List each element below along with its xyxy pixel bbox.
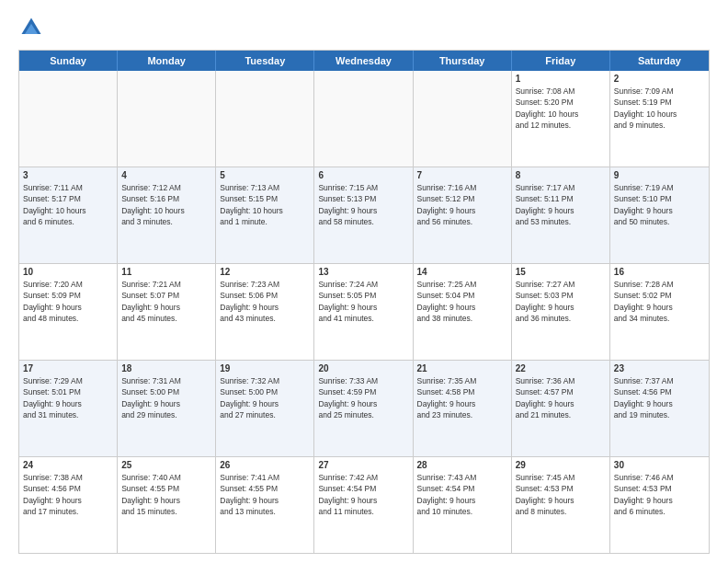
calendar-body: 1Sunrise: 7:08 AM Sunset: 5:20 PM Daylig… xyxy=(19,71,709,553)
empty-cell xyxy=(414,71,512,167)
logo xyxy=(18,15,48,40)
day-cell-10: 10Sunrise: 7:20 AM Sunset: 5:09 PM Dayli… xyxy=(19,264,118,360)
day-info: Sunrise: 7:12 AM Sunset: 5:16 PM Dayligh… xyxy=(121,182,211,227)
day-info: Sunrise: 7:23 AM Sunset: 5:06 PM Dayligh… xyxy=(220,279,310,324)
day-info: Sunrise: 7:32 AM Sunset: 5:00 PM Dayligh… xyxy=(220,375,310,420)
calendar: SundayMondayTuesdayWednesdayThursdayFrid… xyxy=(18,50,710,554)
day-info: Sunrise: 7:28 AM Sunset: 5:02 PM Dayligh… xyxy=(614,279,705,324)
day-cell-12: 12Sunrise: 7:23 AM Sunset: 5:06 PM Dayli… xyxy=(216,264,314,360)
day-cell-2: 2Sunrise: 7:09 AM Sunset: 5:19 PM Daylig… xyxy=(610,71,709,167)
empty-cell xyxy=(216,71,314,167)
day-info: Sunrise: 7:40 AM Sunset: 4:55 PM Dayligh… xyxy=(121,472,211,517)
day-cell-28: 28Sunrise: 7:43 AM Sunset: 4:54 PM Dayli… xyxy=(414,457,512,553)
day-number: 14 xyxy=(417,267,507,277)
day-info: Sunrise: 7:24 AM Sunset: 5:05 PM Dayligh… xyxy=(318,279,408,324)
day-number: 3 xyxy=(23,170,113,180)
day-number: 20 xyxy=(318,363,408,373)
day-cell-21: 21Sunrise: 7:35 AM Sunset: 4:58 PM Dayli… xyxy=(414,361,512,456)
day-info: Sunrise: 7:29 AM Sunset: 5:01 PM Dayligh… xyxy=(23,375,113,420)
day-number: 11 xyxy=(121,267,211,277)
day-info: Sunrise: 7:09 AM Sunset: 5:19 PM Dayligh… xyxy=(614,86,705,131)
day-number: 6 xyxy=(318,170,408,180)
day-number: 25 xyxy=(121,460,211,470)
day-number: 24 xyxy=(23,460,113,470)
day-number: 13 xyxy=(318,267,408,277)
week-row-2: 3Sunrise: 7:11 AM Sunset: 5:17 PM Daylig… xyxy=(19,167,709,263)
day-cell-9: 9Sunrise: 7:19 AM Sunset: 5:10 PM Daylig… xyxy=(610,167,709,263)
header-tuesday: Tuesday xyxy=(216,51,314,71)
day-number: 28 xyxy=(417,460,507,470)
day-info: Sunrise: 7:38 AM Sunset: 4:56 PM Dayligh… xyxy=(23,472,113,517)
day-number: 19 xyxy=(220,363,310,373)
day-cell-17: 17Sunrise: 7:29 AM Sunset: 5:01 PM Dayli… xyxy=(19,361,118,456)
day-cell-30: 30Sunrise: 7:46 AM Sunset: 4:53 PM Dayli… xyxy=(610,457,709,553)
day-cell-6: 6Sunrise: 7:15 AM Sunset: 5:13 PM Daylig… xyxy=(314,167,413,263)
day-cell-20: 20Sunrise: 7:33 AM Sunset: 4:59 PM Dayli… xyxy=(314,361,413,456)
week-row-1: 1Sunrise: 7:08 AM Sunset: 5:20 PM Daylig… xyxy=(19,71,709,167)
day-cell-27: 27Sunrise: 7:42 AM Sunset: 4:54 PM Dayli… xyxy=(314,457,413,553)
day-cell-13: 13Sunrise: 7:24 AM Sunset: 5:05 PM Dayli… xyxy=(314,264,413,360)
header-thursday: Thursday xyxy=(414,51,512,71)
day-info: Sunrise: 7:11 AM Sunset: 5:17 PM Dayligh… xyxy=(23,182,113,227)
header-saturday: Saturday xyxy=(610,51,709,71)
day-number: 2 xyxy=(614,74,705,84)
day-cell-29: 29Sunrise: 7:45 AM Sunset: 4:53 PM Dayli… xyxy=(512,457,610,553)
page: SundayMondayTuesdayWednesdayThursdayFrid… xyxy=(0,0,728,563)
day-number: 29 xyxy=(516,460,606,470)
day-number: 18 xyxy=(121,363,211,373)
empty-cell xyxy=(314,71,413,167)
day-cell-22: 22Sunrise: 7:36 AM Sunset: 4:57 PM Dayli… xyxy=(512,361,610,456)
day-number: 21 xyxy=(417,363,507,373)
day-number: 5 xyxy=(220,170,310,180)
day-cell-3: 3Sunrise: 7:11 AM Sunset: 5:17 PM Daylig… xyxy=(19,167,118,263)
day-number: 16 xyxy=(614,267,705,277)
day-info: Sunrise: 7:21 AM Sunset: 5:07 PM Dayligh… xyxy=(121,279,211,324)
day-cell-25: 25Sunrise: 7:40 AM Sunset: 4:55 PM Dayli… xyxy=(118,457,216,553)
day-info: Sunrise: 7:15 AM Sunset: 5:13 PM Dayligh… xyxy=(318,182,408,227)
header-wednesday: Wednesday xyxy=(314,51,413,71)
header-sunday: Sunday xyxy=(19,51,118,71)
day-info: Sunrise: 7:36 AM Sunset: 4:57 PM Dayligh… xyxy=(516,375,606,420)
day-cell-24: 24Sunrise: 7:38 AM Sunset: 4:56 PM Dayli… xyxy=(19,457,118,553)
day-info: Sunrise: 7:27 AM Sunset: 5:03 PM Dayligh… xyxy=(516,279,606,324)
week-row-4: 17Sunrise: 7:29 AM Sunset: 5:01 PM Dayli… xyxy=(19,360,709,456)
day-cell-15: 15Sunrise: 7:27 AM Sunset: 5:03 PM Dayli… xyxy=(512,264,610,360)
week-row-5: 24Sunrise: 7:38 AM Sunset: 4:56 PM Dayli… xyxy=(19,456,709,553)
day-number: 30 xyxy=(614,460,705,470)
day-cell-19: 19Sunrise: 7:32 AM Sunset: 5:00 PM Dayli… xyxy=(216,361,314,456)
day-cell-4: 4Sunrise: 7:12 AM Sunset: 5:16 PM Daylig… xyxy=(118,167,216,263)
day-cell-23: 23Sunrise: 7:37 AM Sunset: 4:56 PM Dayli… xyxy=(610,361,709,456)
day-number: 8 xyxy=(516,170,606,180)
header-monday: Monday xyxy=(118,51,216,71)
header xyxy=(18,15,710,40)
day-number: 12 xyxy=(220,267,310,277)
day-cell-8: 8Sunrise: 7:17 AM Sunset: 5:11 PM Daylig… xyxy=(512,167,610,263)
empty-cell xyxy=(19,71,118,167)
day-cell-14: 14Sunrise: 7:25 AM Sunset: 5:04 PM Dayli… xyxy=(414,264,512,360)
empty-cell xyxy=(118,71,216,167)
day-info: Sunrise: 7:17 AM Sunset: 5:11 PM Dayligh… xyxy=(516,182,606,227)
day-number: 17 xyxy=(23,363,113,373)
day-info: Sunrise: 7:13 AM Sunset: 5:15 PM Dayligh… xyxy=(220,182,310,227)
day-number: 26 xyxy=(220,460,310,470)
day-cell-7: 7Sunrise: 7:16 AM Sunset: 5:12 PM Daylig… xyxy=(414,167,512,263)
day-cell-5: 5Sunrise: 7:13 AM Sunset: 5:15 PM Daylig… xyxy=(216,167,314,263)
day-number: 23 xyxy=(614,363,705,373)
day-number: 7 xyxy=(417,170,507,180)
day-info: Sunrise: 7:46 AM Sunset: 4:53 PM Dayligh… xyxy=(614,472,705,517)
day-info: Sunrise: 7:08 AM Sunset: 5:20 PM Dayligh… xyxy=(516,86,606,131)
day-info: Sunrise: 7:43 AM Sunset: 4:54 PM Dayligh… xyxy=(417,472,507,517)
logo-icon xyxy=(18,15,44,40)
day-info: Sunrise: 7:25 AM Sunset: 5:04 PM Dayligh… xyxy=(417,279,507,324)
header-friday: Friday xyxy=(512,51,610,71)
day-info: Sunrise: 7:20 AM Sunset: 5:09 PM Dayligh… xyxy=(23,279,113,324)
day-info: Sunrise: 7:37 AM Sunset: 4:56 PM Dayligh… xyxy=(614,375,705,420)
day-cell-18: 18Sunrise: 7:31 AM Sunset: 5:00 PM Dayli… xyxy=(118,361,216,456)
week-row-3: 10Sunrise: 7:20 AM Sunset: 5:09 PM Dayli… xyxy=(19,263,709,360)
day-cell-26: 26Sunrise: 7:41 AM Sunset: 4:55 PM Dayli… xyxy=(216,457,314,553)
day-info: Sunrise: 7:35 AM Sunset: 4:58 PM Dayligh… xyxy=(417,375,507,420)
day-number: 9 xyxy=(614,170,705,180)
day-number: 10 xyxy=(23,267,113,277)
day-number: 1 xyxy=(516,74,606,84)
day-number: 22 xyxy=(516,363,606,373)
